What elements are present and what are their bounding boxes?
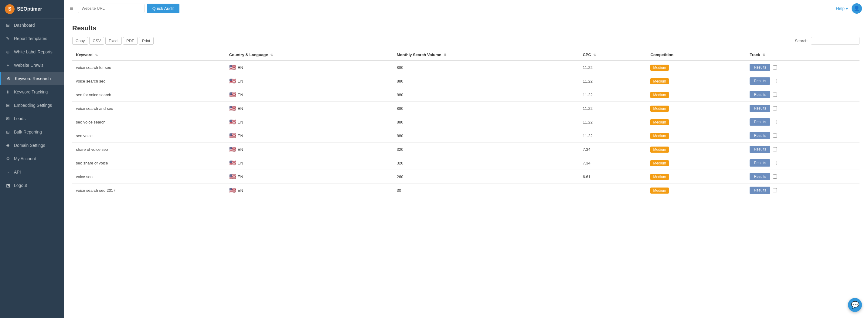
embedding-settings-icon: ⊞ bbox=[5, 102, 11, 108]
results-button-3[interactable]: Results bbox=[750, 105, 770, 112]
cell-competition-8: Medium bbox=[647, 170, 746, 184]
competition-badge-9: Medium bbox=[650, 188, 669, 194]
sidebar-item-leads[interactable]: ✉ Leads bbox=[0, 112, 64, 125]
user-avatar[interactable]: 👤 bbox=[851, 3, 862, 14]
sidebar-item-bulk-reporting[interactable]: ⊞ Bulk Reporting bbox=[0, 125, 64, 139]
cell-competition-2: Medium bbox=[647, 88, 746, 102]
cell-cpc-1: 11.22 bbox=[579, 74, 647, 88]
csv-button[interactable]: CSV bbox=[89, 37, 104, 44]
track-checkbox-3[interactable] bbox=[773, 106, 777, 110]
sort-cpc-icon[interactable]: ⇅ bbox=[593, 53, 596, 57]
bulk-reporting-icon: ⊞ bbox=[5, 129, 11, 135]
table-row: voice search for seo 🇺🇸 EN 880 11.22 Med… bbox=[72, 60, 860, 74]
cell-country-0: 🇺🇸 EN bbox=[225, 60, 393, 74]
col-keyword: Keyword ⇅ bbox=[72, 50, 225, 60]
quick-audit-button[interactable]: Quick Audit bbox=[147, 4, 179, 13]
track-checkbox-1[interactable] bbox=[773, 79, 777, 83]
sidebar-item-report-templates[interactable]: ✎ Report Templates bbox=[0, 32, 64, 45]
sort-keyword-icon[interactable]: ⇅ bbox=[95, 53, 98, 57]
sidebar-item-dashboard[interactable]: ⊞ Dashboard bbox=[0, 19, 64, 32]
lang-5: EN bbox=[238, 133, 243, 138]
pdf-button[interactable]: PDF bbox=[123, 37, 137, 44]
lang-9: EN bbox=[238, 188, 243, 193]
track-checkbox-5[interactable] bbox=[773, 133, 777, 138]
help-label: Help bbox=[836, 6, 845, 11]
results-button-4[interactable]: Results bbox=[750, 118, 770, 126]
flag-9: 🇺🇸 bbox=[229, 187, 236, 194]
copy-button[interactable]: Copy bbox=[72, 37, 88, 44]
flag-7: 🇺🇸 bbox=[229, 160, 236, 166]
page-title: Results bbox=[72, 24, 860, 32]
track-checkbox-8[interactable] bbox=[773, 174, 777, 179]
cell-volume-0: 880 bbox=[393, 60, 579, 74]
table-row: voice search seo 2017 🇺🇸 EN 30 Medium Re… bbox=[72, 184, 860, 197]
results-button-1[interactable]: Results bbox=[750, 77, 770, 85]
logo-icon: S bbox=[5, 4, 14, 14]
sidebar-item-website-crawls[interactable]: ⌖ Website Crawls bbox=[0, 59, 64, 72]
sidebar-label-leads: Leads bbox=[14, 116, 26, 121]
results-button-7[interactable]: Results bbox=[750, 159, 770, 167]
logout-icon: ⬔ bbox=[5, 182, 11, 188]
print-button[interactable]: Print bbox=[139, 37, 154, 44]
sidebar-item-api[interactable]: ↔ API bbox=[0, 165, 64, 179]
excel-button[interactable]: Excel bbox=[105, 37, 122, 44]
sidebar-item-my-account[interactable]: ⚙ My Account bbox=[0, 152, 64, 165]
results-button-8[interactable]: Results bbox=[750, 173, 770, 180]
track-checkbox-7[interactable] bbox=[773, 161, 777, 165]
lang-0: EN bbox=[238, 65, 243, 70]
sidebar-label-website-crawls: Website Crawls bbox=[14, 63, 43, 68]
search-input[interactable] bbox=[811, 37, 860, 44]
results-button-9[interactable]: Results bbox=[750, 187, 770, 194]
cell-volume-9: 30 bbox=[393, 184, 579, 197]
table-row: share of voice seo 🇺🇸 EN 320 7.34 Medium… bbox=[72, 142, 860, 156]
track-checkbox-6[interactable] bbox=[773, 147, 777, 151]
track-checkbox-2[interactable] bbox=[773, 93, 777, 97]
sidebar-label-domain-settings: Domain Settings bbox=[14, 143, 45, 148]
sidebar-label-my-account: My Account bbox=[14, 156, 36, 161]
results-button-6[interactable]: Results bbox=[750, 146, 770, 153]
cell-country-7: 🇺🇸 EN bbox=[225, 156, 393, 170]
flag-2: 🇺🇸 bbox=[229, 91, 236, 98]
sort-volume-icon[interactable]: ⇅ bbox=[443, 53, 446, 57]
cell-cpc-2: 11.22 bbox=[579, 88, 647, 102]
results-button-5[interactable]: Results bbox=[750, 132, 770, 139]
sidebar-item-logout[interactable]: ⬔ Logout bbox=[0, 179, 64, 192]
cell-volume-3: 880 bbox=[393, 102, 579, 115]
cell-track-9: Results bbox=[746, 184, 860, 197]
chat-bubble[interactable]: 💬 bbox=[848, 298, 862, 312]
hamburger-icon[interactable]: ≡ bbox=[70, 5, 73, 12]
sidebar-label-api: API bbox=[14, 170, 21, 174]
cell-track-5: Results bbox=[746, 129, 860, 142]
col-country: Country & Language ⇅ bbox=[225, 50, 393, 60]
help-button[interactable]: Help ▾ bbox=[836, 6, 848, 11]
cell-keyword-9: voice search seo 2017 bbox=[72, 184, 225, 197]
cell-track-6: Results bbox=[746, 142, 860, 156]
cell-country-1: 🇺🇸 EN bbox=[225, 74, 393, 88]
sidebar-item-embedding-settings[interactable]: ⊞ Embedding Settings bbox=[0, 99, 64, 112]
sidebar-item-white-label-reports[interactable]: ⊕ White Label Reports bbox=[0, 45, 64, 59]
competition-badge-8: Medium bbox=[650, 174, 669, 180]
cell-country-8: 🇺🇸 EN bbox=[225, 170, 393, 184]
results-button-2[interactable]: Results bbox=[750, 91, 770, 98]
sidebar-logo: S SEOptimer bbox=[0, 0, 64, 19]
track-checkbox-9[interactable] bbox=[773, 188, 777, 192]
track-checkbox-4[interactable] bbox=[773, 120, 777, 124]
sort-track-icon[interactable]: ⇅ bbox=[762, 53, 765, 57]
cell-track-4: Results bbox=[746, 115, 860, 129]
logo-text: SEOptimer bbox=[17, 6, 42, 12]
header-right: Help ▾ 👤 bbox=[836, 3, 862, 14]
table-row: seo voice search 🇺🇸 EN 880 11.22 Medium … bbox=[72, 115, 860, 129]
url-input[interactable] bbox=[78, 4, 145, 13]
results-button-0[interactable]: Results bbox=[750, 64, 770, 71]
cell-cpc-6: 7.34 bbox=[579, 142, 647, 156]
cell-cpc-8: 6.61 bbox=[579, 170, 647, 184]
flag-5: 🇺🇸 bbox=[229, 132, 236, 139]
api-icon: ↔ bbox=[5, 169, 11, 175]
chevron-down-icon: ▾ bbox=[846, 6, 848, 11]
track-checkbox-0[interactable] bbox=[773, 65, 777, 69]
sidebar-item-keyword-research[interactable]: ⊛ Keyword Research bbox=[0, 72, 64, 85]
sidebar-item-domain-settings[interactable]: ⊕ Domain Settings bbox=[0, 139, 64, 152]
cell-cpc-5: 11.22 bbox=[579, 129, 647, 142]
sort-country-icon[interactable]: ⇅ bbox=[270, 53, 273, 57]
sidebar-item-keyword-tracking[interactable]: ⬆ Keyword Tracking bbox=[0, 85, 64, 99]
